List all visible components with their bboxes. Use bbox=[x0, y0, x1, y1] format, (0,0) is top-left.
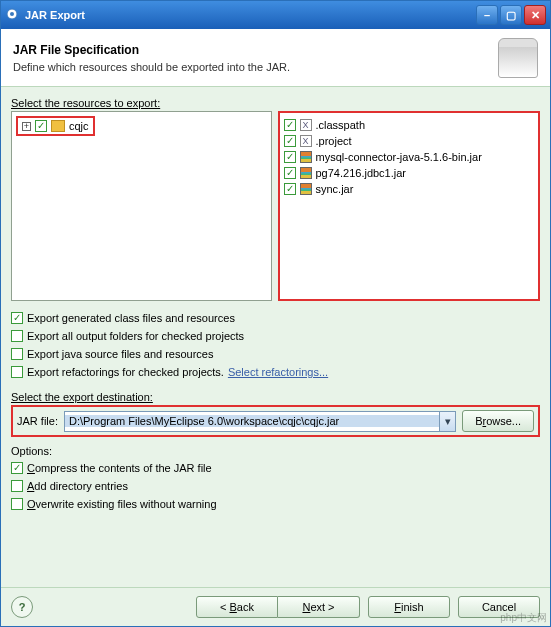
options-label: Options: bbox=[11, 445, 540, 457]
tree-item-highlight: + ✓ cqjc bbox=[16, 116, 95, 136]
opt-java-source[interactable]: Export java source files and resources bbox=[11, 345, 540, 363]
list-item[interactable]: ✓ pg74.216.jdbc1.jar bbox=[284, 165, 535, 181]
jar-file-combo[interactable]: ▾ bbox=[64, 411, 456, 432]
left-tree-pane[interactable]: + ✓ cqjc bbox=[11, 111, 272, 301]
file-name: .project bbox=[316, 135, 352, 147]
app-icon bbox=[5, 7, 19, 23]
browse-button[interactable]: Browse... bbox=[462, 410, 534, 432]
finish-button[interactable]: Finish bbox=[368, 596, 450, 618]
checkbox[interactable] bbox=[11, 366, 23, 378]
tree-item-label[interactable]: cqjc bbox=[69, 120, 89, 132]
opt-label: Export generated class files and resourc… bbox=[27, 312, 235, 324]
list-item[interactable]: ✓ X .classpath bbox=[284, 117, 535, 133]
file-name: .classpath bbox=[316, 119, 366, 131]
jar-file-icon bbox=[300, 167, 312, 179]
opt-refactorings[interactable]: Export refactorings for checked projects… bbox=[11, 363, 540, 381]
jar-file-icon bbox=[300, 151, 312, 163]
checkbox[interactable]: ✓ bbox=[35, 120, 47, 132]
list-item[interactable]: ✓ X .project bbox=[284, 133, 535, 149]
svg-point-1 bbox=[10, 12, 14, 16]
checkbox[interactable] bbox=[11, 348, 23, 360]
cancel-button[interactable]: Cancel bbox=[458, 596, 540, 618]
window-title: JAR Export bbox=[25, 9, 85, 21]
opt-overwrite[interactable]: Overwrite existing files without warning bbox=[11, 495, 540, 513]
checkbox[interactable] bbox=[11, 480, 23, 492]
jar-file-icon bbox=[300, 183, 312, 195]
project-icon bbox=[51, 120, 65, 132]
checkbox[interactable]: ✓ bbox=[284, 135, 296, 147]
help-button[interactable]: ? bbox=[11, 596, 33, 618]
checkbox[interactable] bbox=[11, 330, 23, 342]
options-group: ✓ Compress the contents of the JAR file … bbox=[11, 459, 540, 513]
jar-icon bbox=[498, 38, 538, 78]
header-subtitle: Define which resources should be exporte… bbox=[13, 61, 290, 73]
maximize-button[interactable]: ▢ bbox=[500, 5, 522, 25]
dialog-header: JAR File Specification Define which reso… bbox=[1, 29, 550, 87]
opt-label: Add directory entries bbox=[27, 480, 128, 492]
select-refactorings-link[interactable]: Select refactorings... bbox=[228, 366, 328, 378]
close-button[interactable]: ✕ bbox=[524, 5, 546, 25]
checkbox[interactable]: ✓ bbox=[11, 462, 23, 474]
right-list-pane[interactable]: ✓ X .classpath ✓ X .project ✓ mysql-conn… bbox=[278, 111, 541, 301]
opt-label: Export java source files and resources bbox=[27, 348, 213, 360]
jar-file-input[interactable] bbox=[65, 415, 439, 427]
checkbox[interactable] bbox=[11, 498, 23, 510]
minimize-button[interactable]: – bbox=[476, 5, 498, 25]
expand-icon[interactable]: + bbox=[22, 122, 31, 131]
jar-file-label: JAR file: bbox=[17, 415, 58, 427]
opt-label: Export refactorings for checked projects… bbox=[27, 366, 224, 378]
back-button[interactable]: < Back bbox=[196, 596, 278, 618]
dialog-window: JAR Export – ▢ ✕ JAR File Specification … bbox=[0, 0, 551, 627]
resource-panes: + ✓ cqjc ✓ X .classpath ✓ X .project bbox=[11, 111, 540, 301]
file-name: pg74.216.jdbc1.jar bbox=[316, 167, 407, 179]
export-options: ✓ Export generated class files and resou… bbox=[11, 309, 540, 381]
opt-label: Overwrite existing files without warning bbox=[27, 498, 217, 510]
nav-buttons: < Back Next > bbox=[196, 596, 360, 618]
file-name: mysql-connector-java-5.1.6-bin.jar bbox=[316, 151, 482, 163]
opt-add-dir[interactable]: Add directory entries bbox=[11, 477, 540, 495]
opt-compress[interactable]: ✓ Compress the contents of the JAR file bbox=[11, 459, 540, 477]
checkbox[interactable]: ✓ bbox=[284, 167, 296, 179]
list-item[interactable]: ✓ sync.jar bbox=[284, 181, 535, 197]
mnemonic: r bbox=[482, 415, 486, 427]
dest-row: JAR file: ▾ Browse... bbox=[11, 405, 540, 437]
checkbox[interactable]: ✓ bbox=[284, 119, 296, 131]
file-icon: X bbox=[300, 119, 312, 131]
titlebar[interactable]: JAR Export – ▢ ✕ bbox=[1, 1, 550, 29]
chevron-down-icon[interactable]: ▾ bbox=[439, 412, 455, 431]
window-controls: – ▢ ✕ bbox=[476, 5, 546, 25]
button-bar: ? < Back Next > Finish Cancel bbox=[1, 587, 550, 626]
checkbox[interactable]: ✓ bbox=[284, 151, 296, 163]
opt-class-files[interactable]: ✓ Export generated class files and resou… bbox=[11, 309, 540, 327]
checkbox[interactable]: ✓ bbox=[284, 183, 296, 195]
dest-label: Select the export destination: bbox=[11, 391, 540, 403]
opt-output-folders[interactable]: Export all output folders for checked pr… bbox=[11, 327, 540, 345]
list-item[interactable]: ✓ mysql-connector-java-5.1.6-bin.jar bbox=[284, 149, 535, 165]
file-icon: X bbox=[300, 135, 312, 147]
opt-label: Export all output folders for checked pr… bbox=[27, 330, 244, 342]
next-button[interactable]: Next > bbox=[278, 596, 360, 618]
opt-label: Compress the contents of the JAR file bbox=[27, 462, 212, 474]
select-resources-label: Select the resources to export: bbox=[11, 97, 540, 109]
checkbox[interactable]: ✓ bbox=[11, 312, 23, 324]
header-title: JAR File Specification bbox=[13, 43, 290, 57]
dialog-content: Select the resources to export: + ✓ cqjc… bbox=[1, 87, 550, 587]
file-name: sync.jar bbox=[316, 183, 354, 195]
